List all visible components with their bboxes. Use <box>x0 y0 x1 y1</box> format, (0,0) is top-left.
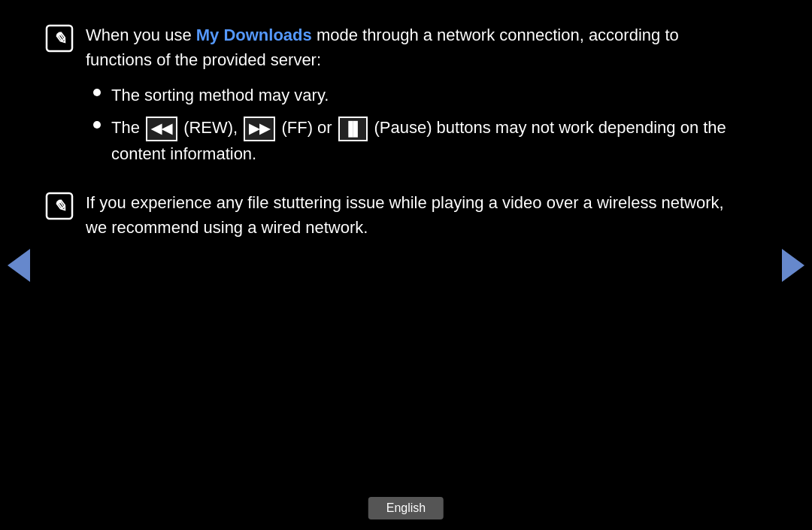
note-icon-2: ✎ <box>45 192 74 223</box>
note-text-2: If you experience any file stuttering is… <box>86 190 744 240</box>
ff-button-icon: ▶▶ <box>244 117 275 141</box>
next-page-arrow[interactable] <box>782 249 804 282</box>
svg-text:✎: ✎ <box>53 197 66 216</box>
svg-text:✎: ✎ <box>53 29 66 48</box>
main-content: ✎ When you use My Downloads mode through… <box>0 8 812 271</box>
note1-text-before: When you use <box>86 26 196 44</box>
bullet-dot-2 <box>93 121 101 129</box>
prev-page-arrow[interactable] <box>8 249 30 282</box>
note-block-2: ✎ If you experience any file stuttering … <box>45 190 744 240</box>
pause-button-icon: ▐▌ <box>338 117 368 141</box>
note-block-1: ✎ When you use My Downloads mode through… <box>45 23 744 174</box>
bullet-dot-1 <box>93 89 101 96</box>
language-button[interactable]: English <box>368 497 444 519</box>
bullet-item-1: The sorting method may vary. <box>93 83 744 108</box>
note-text-1: When you use My Downloads mode through a… <box>86 23 744 174</box>
note1-link-text: My Downloads <box>196 26 312 44</box>
bullet-text-1: The sorting method may vary. <box>111 83 329 108</box>
note-icon-1: ✎ <box>45 24 74 56</box>
rew-button-icon: ◀◀ <box>146 117 177 141</box>
bullet-list: The sorting method may vary. The ◀◀ (REW… <box>93 83 744 166</box>
bullet-text-2: The ◀◀ (REW), ▶▶ (FF) or ▐▌ (Pause) butt… <box>111 115 744 166</box>
bullet-item-2: The ◀◀ (REW), ▶▶ (FF) or ▐▌ (Pause) butt… <box>93 115 744 166</box>
